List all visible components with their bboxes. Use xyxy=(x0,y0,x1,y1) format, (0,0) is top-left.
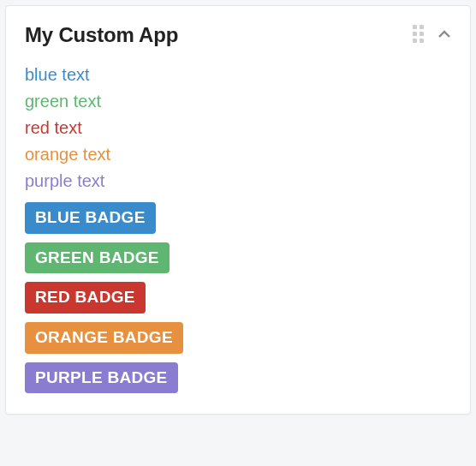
badge: PURPLE BADGE xyxy=(25,362,178,394)
badge: BLUE BADGE xyxy=(25,202,156,234)
text-line: blue text xyxy=(25,63,451,87)
text-line: purple text xyxy=(25,169,451,194)
text-line: orange text xyxy=(25,142,451,167)
badge: GREEN BADGE xyxy=(25,242,170,274)
badge-list: BLUE BADGE GREEN BADGE RED BADGE ORANGE … xyxy=(25,202,451,393)
card-controls xyxy=(413,23,451,43)
drag-handle-icon[interactable] xyxy=(413,25,424,43)
collapse-icon[interactable] xyxy=(437,27,451,41)
colored-text-list: blue text green text red text orange tex… xyxy=(25,63,451,194)
badge: ORANGE BADGE xyxy=(25,322,183,354)
text-line: red text xyxy=(25,116,451,140)
text-line: green text xyxy=(25,89,451,114)
badge: RED BADGE xyxy=(25,282,146,314)
app-card: My Custom App blue text green text red t… xyxy=(5,5,471,415)
card-title: My Custom App xyxy=(25,23,413,47)
card-header: My Custom App xyxy=(25,23,451,47)
